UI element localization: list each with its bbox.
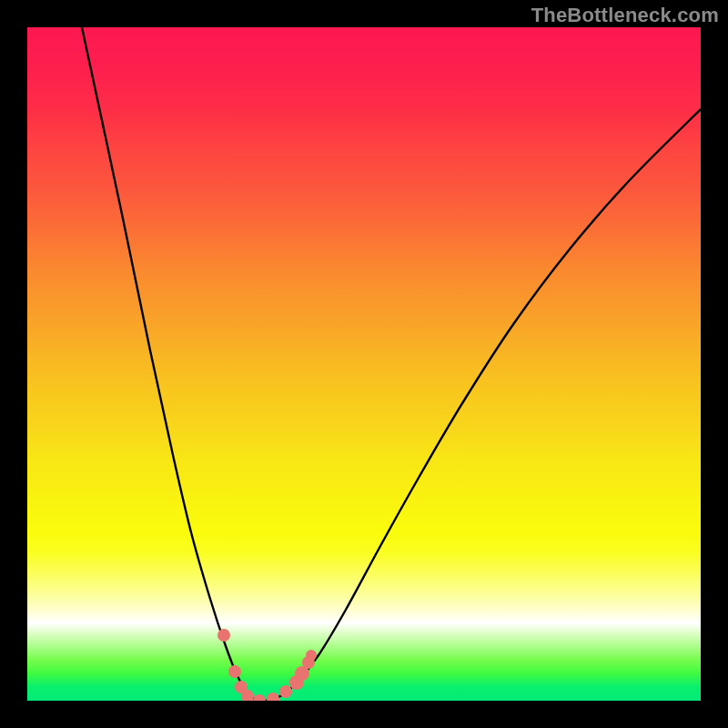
curve-svg: [27, 27, 701, 701]
curve-marker: [306, 650, 317, 661]
curve-marker: [253, 694, 266, 701]
plot-area: [27, 27, 701, 701]
curve-marker: [217, 629, 230, 642]
watermark-text: TheBottleneck.com: [531, 4, 719, 27]
curve-marker: [267, 693, 279, 701]
chart-stage: TheBottleneck.com: [0, 0, 728, 728]
bottleneck-curve: [82, 27, 701, 701]
curve-marker: [279, 685, 292, 698]
curve-marker: [228, 665, 241, 678]
